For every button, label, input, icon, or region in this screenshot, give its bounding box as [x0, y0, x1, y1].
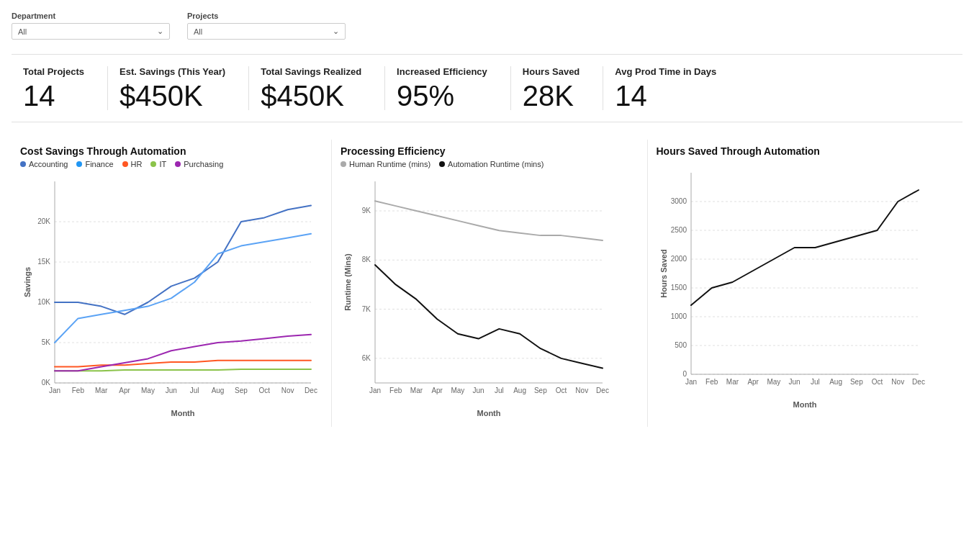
svg-text:Oct: Oct	[871, 378, 883, 386]
svg-text:10K: 10K	[37, 298, 50, 306]
legend-dot	[175, 161, 181, 167]
kpi-value-4: 28K	[523, 81, 574, 110]
legend-label: Accounting	[29, 160, 68, 168]
legend-label: Purchasing	[184, 160, 223, 168]
legend-label: HR	[131, 160, 143, 168]
kpi-item-3: Increased Efficiency 95%	[385, 66, 511, 110]
kpi-label-0: Total Projects	[23, 66, 84, 77]
kpi-item-0: Total Projects 14	[12, 66, 108, 110]
svg-text:Dec: Dec	[596, 387, 609, 394]
svg-text:May: May	[451, 387, 464, 394]
svg-text:6K: 6K	[362, 354, 371, 362]
department-chevron-icon: ⌄	[157, 27, 163, 36]
cost-savings-legend: AccountingFinanceHRITPurchasing	[20, 160, 323, 168]
svg-text:3000: 3000	[670, 197, 687, 205]
legend-item: Human Runtime (mins)	[341, 160, 430, 168]
svg-text:Aug: Aug	[513, 387, 526, 394]
svg-text:Jun: Jun	[788, 378, 800, 386]
svg-text:2000: 2000	[670, 255, 687, 263]
svg-text:20K: 20K	[37, 217, 50, 225]
hours-saved-title: Hours Saved Through Automation	[657, 145, 955, 157]
cost-savings-chart: Cost Savings Through Automation Accounti…	[12, 140, 332, 427]
svg-text:May: May	[767, 378, 780, 386]
svg-text:0: 0	[682, 370, 687, 378]
svg-text:Mar: Mar	[726, 378, 739, 386]
kpi-value-2: $450K	[261, 81, 344, 110]
svg-text:Apr: Apr	[431, 387, 443, 394]
svg-text:Jul: Jul	[190, 387, 199, 394]
legend-label: Finance	[85, 160, 113, 168]
kpi-label-3: Increased Efficiency	[397, 66, 487, 77]
svg-text:Mar: Mar	[95, 387, 108, 394]
kpi-label-1: Est. Savings (This Year)	[120, 66, 225, 77]
hours-saved-chart: Hours Saved Through Automation 050010001…	[648, 140, 963, 427]
svg-text:Jan: Jan	[369, 387, 381, 394]
svg-text:Apr: Apr	[747, 378, 759, 386]
svg-text:Feb: Feb	[705, 378, 718, 386]
kpi-value-3: 95%	[397, 81, 454, 110]
projects-chevron-icon: ⌄	[333, 27, 339, 36]
svg-text:Oct: Oct	[556, 387, 567, 394]
svg-text:May: May	[141, 387, 155, 394]
projects-select[interactable]: All ⌄	[187, 23, 346, 40]
legend-item: Automation Runtime (mins)	[439, 160, 544, 168]
department-value: All	[18, 27, 27, 36]
svg-text:Jan: Jan	[685, 378, 696, 386]
svg-text:Sep: Sep	[534, 387, 547, 394]
svg-text:7K: 7K	[362, 305, 371, 313]
svg-text:Feb: Feb	[389, 387, 402, 394]
kpi-item-1: Est. Savings (This Year) $450K	[108, 66, 249, 110]
kpi-item-5: Avg Prod Time in Days 14	[603, 66, 739, 110]
svg-text:Month: Month	[477, 409, 501, 417]
svg-text:9K: 9K	[362, 207, 371, 214]
svg-text:Mar: Mar	[410, 387, 423, 394]
legend-dot	[439, 161, 445, 167]
svg-text:Nov: Nov	[281, 387, 294, 394]
svg-text:Month: Month	[793, 400, 816, 409]
legend-item: Purchasing	[175, 160, 223, 168]
svg-text:Sep: Sep	[849, 378, 862, 386]
legend-item: HR	[122, 160, 143, 168]
charts-row: Cost Savings Through Automation Accounti…	[12, 140, 962, 427]
svg-text:Runtime (Mins): Runtime (Mins)	[343, 253, 352, 311]
svg-text:500: 500	[675, 341, 687, 349]
svg-text:5K: 5K	[42, 338, 51, 346]
department-filter-group: Department All ⌄	[12, 12, 170, 40]
legend-label: IT	[159, 160, 166, 168]
svg-text:Jan: Jan	[49, 387, 60, 394]
kpi-item-2: Total Savings Realized $450K	[249, 66, 385, 110]
kpi-label-2: Total Savings Realized	[261, 66, 361, 77]
svg-text:Jul: Jul	[810, 378, 819, 386]
projects-label: Projects	[187, 12, 346, 20]
svg-text:Jun: Jun	[166, 387, 177, 394]
svg-text:Nov: Nov	[575, 387, 588, 394]
svg-text:0K: 0K	[42, 379, 51, 387]
kpi-item-4: Hours Saved 28K	[511, 66, 603, 110]
legend-dot	[122, 161, 128, 167]
svg-text:Jun: Jun	[473, 387, 484, 394]
cost-savings-area: 0K5K10K15K20KJanFebMarAprMayJunJulAugSep…	[20, 174, 323, 421]
svg-text:Jul: Jul	[495, 387, 504, 394]
department-label: Department	[12, 12, 170, 20]
hours-saved-area: 050010001500200025003000JanFebMarAprMayJ…	[657, 166, 955, 412]
svg-text:Month: Month	[171, 409, 195, 417]
svg-text:Feb: Feb	[72, 387, 85, 394]
kpi-value-0: 14	[23, 81, 55, 110]
svg-text:Aug: Aug	[829, 378, 842, 386]
svg-text:Oct: Oct	[258, 387, 270, 394]
processing-title: Processing Efficiency	[341, 145, 639, 157]
kpi-value-5: 14	[615, 81, 647, 110]
filters-row: Department All ⌄ Projects All ⌄	[12, 12, 962, 40]
kpi-label-5: Avg Prod Time in Days	[615, 66, 716, 77]
svg-text:8K: 8K	[362, 256, 371, 263]
svg-text:15K: 15K	[37, 258, 50, 266]
legend-dot	[20, 161, 26, 167]
legend-label: Automation Runtime (mins)	[448, 160, 544, 168]
processing-chart: Processing Efficiency Human Runtime (min…	[332, 140, 648, 427]
projects-value: All	[194, 27, 202, 36]
legend-label: Human Runtime (mins)	[349, 160, 430, 168]
department-select[interactable]: All ⌄	[12, 23, 170, 40]
svg-text:Aug: Aug	[212, 387, 225, 394]
svg-text:2500: 2500	[670, 226, 687, 234]
svg-text:Savings: Savings	[23, 267, 32, 297]
